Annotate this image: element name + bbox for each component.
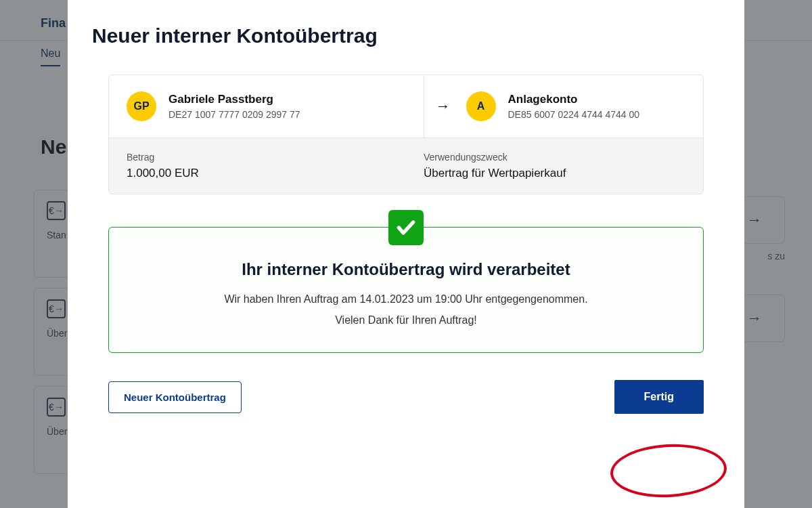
to-name: Anlagekonto bbox=[508, 93, 640, 106]
transfer-summary-card: GP Gabriele Passtberg DE27 1007 7777 020… bbox=[108, 75, 704, 194]
from-name: Gabriele Passtberg bbox=[168, 93, 300, 106]
transfer-confirmation-modal: Neuer interner Kontoübertrag GP Gabriele… bbox=[68, 0, 744, 508]
details-row: Betrag 1.000,00 EUR Verwendungszweck Übe… bbox=[109, 137, 703, 194]
amount-label: Betrag bbox=[127, 152, 388, 163]
to-avatar: A bbox=[466, 91, 496, 121]
amount-value: 1.000,00 EUR bbox=[127, 167, 388, 180]
arrow-right-icon: → bbox=[424, 98, 462, 115]
purpose-cell: Verwendungszweck Übertrag für Wertpapier… bbox=[406, 138, 703, 194]
to-account: A Anlagekonto DE85 6007 0224 4744 4744 0… bbox=[462, 75, 704, 137]
new-transfer-button[interactable]: Neuer Kontoübertrag bbox=[108, 381, 242, 413]
checkmark-icon bbox=[388, 210, 424, 245]
success-message: Wir haben Ihren Auftrag am 14.01.2023 um… bbox=[136, 291, 676, 308]
accounts-row: GP Gabriele Passtberg DE27 1007 7777 020… bbox=[109, 75, 703, 137]
from-account: GP Gabriele Passtberg DE27 1007 7777 020… bbox=[109, 75, 424, 137]
modal-footer: Neuer Kontoübertrag Fertig bbox=[108, 380, 704, 414]
success-thanks: Vielen Dank für Ihren Auftrag! bbox=[136, 314, 676, 326]
purpose-label: Verwendungszweck bbox=[424, 152, 685, 163]
success-title: Ihr interner Kontoübertrag wird verarbei… bbox=[136, 260, 676, 279]
done-button[interactable]: Fertig bbox=[614, 380, 704, 414]
from-avatar: GP bbox=[127, 91, 156, 121]
to-iban: DE85 6007 0224 4744 4744 00 bbox=[508, 109, 640, 120]
annotation-highlight-ellipse bbox=[609, 442, 728, 501]
success-box: Ihr interner Kontoübertrag wird verarbei… bbox=[108, 227, 704, 353]
purpose-value: Übertrag für Wertpapierkauf bbox=[424, 167, 685, 180]
amount-cell: Betrag 1.000,00 EUR bbox=[109, 138, 406, 194]
from-iban: DE27 1007 7777 0209 2997 77 bbox=[168, 109, 300, 120]
modal-title: Neuer interner Kontoübertrag bbox=[92, 24, 720, 47]
